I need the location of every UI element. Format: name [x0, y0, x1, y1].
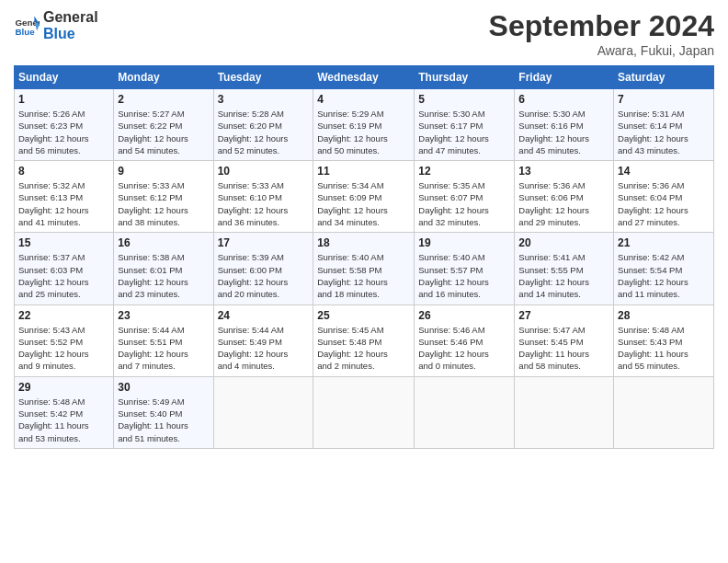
calendar-cell: 18 Sunrise: 5:40 AM Sunset: 5:58 PM Dayl…	[313, 233, 415, 304]
day-info: Sunrise: 5:43 AM Sunset: 5:52 PM Dayligh…	[18, 324, 109, 373]
day-info: Sunrise: 5:34 AM Sunset: 6:09 PM Dayligh…	[317, 179, 410, 228]
daylight: Daylight: 12 hours	[118, 132, 209, 144]
daylight: Daylight: 12 hours	[618, 204, 710, 216]
sunset: Sunset: 5:55 PM	[518, 264, 609, 276]
calendar-cell	[213, 376, 313, 448]
day-info: Sunrise: 5:38 AM Sunset: 6:01 PM Dayligh…	[118, 251, 209, 300]
calendar-cell: 10 Sunrise: 5:33 AM Sunset: 6:10 PM Dayl…	[213, 161, 313, 233]
minutes: and 25 minutes.	[18, 288, 109, 300]
day-info: Sunrise: 5:46 AM Sunset: 5:46 PM Dayligh…	[418, 324, 510, 373]
calendar-cell: 22 Sunrise: 5:43 AM Sunset: 5:52 PM Dayl…	[15, 304, 114, 376]
sunrise: Sunrise: 5:32 AM	[18, 179, 109, 191]
calendar-cell: 2 Sunrise: 5:27 AM Sunset: 6:22 PM Dayli…	[114, 89, 213, 161]
sunset: Sunset: 6:17 PM	[418, 120, 510, 132]
sunset: Sunset: 5:45 PM	[518, 336, 609, 348]
sunset: Sunset: 5:52 PM	[18, 336, 109, 348]
sunset: Sunset: 5:51 PM	[118, 336, 209, 348]
day-info: Sunrise: 5:35 AM Sunset: 6:07 PM Dayligh…	[418, 179, 510, 228]
calendar-cell: 27 Sunrise: 5:47 AM Sunset: 5:45 PM Dayl…	[515, 304, 614, 376]
calendar-cell: 3 Sunrise: 5:28 AM Sunset: 6:20 PM Dayli…	[213, 89, 313, 161]
sunrise: Sunrise: 5:26 AM	[18, 108, 109, 120]
day-number: 30	[118, 381, 209, 394]
calendar-cell: 19 Sunrise: 5:40 AM Sunset: 5:57 PM Dayl…	[415, 233, 515, 304]
day-number: 4	[317, 93, 410, 106]
calendar-cell: 29 Sunrise: 5:48 AM Sunset: 5:42 PM Dayl…	[15, 376, 114, 448]
sunrise: Sunrise: 5:36 AM	[518, 179, 609, 191]
page-container: General Blue General Blue September 2024…	[0, 0, 728, 458]
minutes: and 2 minutes.	[317, 360, 410, 372]
day-number: 3	[218, 93, 310, 106]
day-info: Sunrise: 5:26 AM Sunset: 6:23 PM Dayligh…	[18, 108, 109, 156]
day-number: 17	[218, 236, 310, 249]
day-info: Sunrise: 5:31 AM Sunset: 6:14 PM Dayligh…	[618, 108, 710, 156]
sunrise: Sunrise: 5:30 AM	[418, 108, 510, 120]
sunrise: Sunrise: 5:31 AM	[618, 108, 710, 120]
minutes: and 41 minutes.	[18, 216, 109, 228]
daylight: Daylight: 12 hours	[118, 348, 209, 360]
day-number: 16	[118, 236, 209, 249]
daylight: Daylight: 12 hours	[418, 132, 510, 144]
sunrise: Sunrise: 5:34 AM	[317, 179, 410, 191]
sunrise: Sunrise: 5:27 AM	[118, 108, 209, 120]
day-number: 2	[118, 93, 209, 106]
calendar-cell: 11 Sunrise: 5:34 AM Sunset: 6:09 PM Dayl…	[313, 161, 415, 233]
sunrise: Sunrise: 5:43 AM	[18, 324, 109, 336]
minutes: and 23 minutes.	[118, 288, 209, 300]
calendar-table: Sunday Monday Tuesday Wednesday Thursday…	[14, 65, 714, 449]
day-number: 13	[518, 165, 609, 178]
day-info: Sunrise: 5:30 AM Sunset: 6:16 PM Dayligh…	[518, 108, 609, 156]
daylight: Daylight: 12 hours	[218, 132, 310, 144]
sunrise: Sunrise: 5:39 AM	[218, 251, 310, 263]
day-number: 28	[618, 309, 710, 322]
daylight: Daylight: 11 hours	[18, 419, 109, 431]
calendar-cell: 4 Sunrise: 5:29 AM Sunset: 6:19 PM Dayli…	[313, 89, 415, 161]
sunset: Sunset: 5:42 PM	[18, 408, 109, 419]
sunset: Sunset: 6:03 PM	[18, 264, 109, 276]
day-info: Sunrise: 5:45 AM Sunset: 5:48 PM Dayligh…	[317, 324, 410, 373]
day-info: Sunrise: 5:40 AM Sunset: 5:57 PM Dayligh…	[418, 251, 510, 300]
day-info: Sunrise: 5:39 AM Sunset: 6:00 PM Dayligh…	[218, 251, 310, 300]
day-number: 5	[418, 93, 510, 106]
daylight: Daylight: 11 hours	[618, 348, 710, 360]
minutes: and 0 minutes.	[418, 360, 510, 372]
day-info: Sunrise: 5:33 AM Sunset: 6:10 PM Dayligh…	[218, 179, 310, 228]
sunrise: Sunrise: 5:41 AM	[518, 251, 609, 263]
minutes: and 54 minutes.	[118, 144, 209, 156]
calendar-cell: 20 Sunrise: 5:41 AM Sunset: 5:55 PM Dayl…	[515, 233, 614, 304]
day-number: 8	[18, 165, 109, 178]
daylight: Daylight: 12 hours	[317, 348, 410, 360]
sunrise: Sunrise: 5:33 AM	[218, 179, 310, 191]
sunset: Sunset: 6:16 PM	[518, 120, 609, 132]
sunrise: Sunrise: 5:47 AM	[518, 324, 609, 336]
day-number: 26	[418, 309, 510, 322]
day-number: 1	[18, 93, 109, 106]
day-number: 10	[218, 165, 310, 178]
daylight: Daylight: 12 hours	[618, 132, 710, 144]
daylight: Daylight: 12 hours	[317, 276, 410, 288]
sunrise: Sunrise: 5:37 AM	[18, 251, 109, 263]
minutes: and 11 minutes.	[618, 288, 710, 300]
calendar-cell: 1 Sunrise: 5:26 AM Sunset: 6:23 PM Dayli…	[15, 89, 114, 161]
sunrise: Sunrise: 5:48 AM	[618, 324, 710, 336]
day-info: Sunrise: 5:44 AM Sunset: 5:51 PM Dayligh…	[118, 324, 209, 373]
calendar-cell	[614, 376, 714, 448]
month-title: September 2024	[489, 9, 714, 43]
day-info: Sunrise: 5:32 AM Sunset: 6:13 PM Dayligh…	[18, 179, 109, 228]
daylight: Daylight: 12 hours	[18, 348, 109, 360]
sunset: Sunset: 6:13 PM	[18, 191, 109, 203]
day-number: 20	[518, 236, 609, 249]
daylight: Daylight: 12 hours	[518, 276, 609, 288]
day-number: 9	[118, 165, 209, 178]
daylight: Daylight: 12 hours	[317, 132, 410, 144]
day-number: 25	[317, 309, 410, 322]
calendar-cell: 26 Sunrise: 5:46 AM Sunset: 5:46 PM Dayl…	[415, 304, 515, 376]
sunset: Sunset: 5:46 PM	[418, 336, 510, 348]
calendar-cell	[415, 376, 515, 448]
sunrise: Sunrise: 5:40 AM	[317, 251, 410, 263]
sunset: Sunset: 6:10 PM	[218, 191, 310, 203]
minutes: and 53 minutes.	[18, 432, 109, 444]
title-section: September 2024 Awara, Fukui, Japan	[489, 9, 714, 58]
daylight: Daylight: 12 hours	[518, 132, 609, 144]
sunrise: Sunrise: 5:35 AM	[418, 179, 510, 191]
sunset: Sunset: 6:09 PM	[317, 191, 410, 203]
